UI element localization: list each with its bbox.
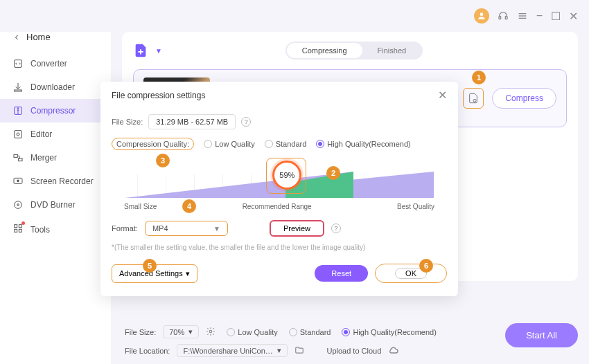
- compress-button[interactable]: Compress: [492, 88, 556, 109]
- close-button[interactable]: ✕: [569, 10, 578, 23]
- back-label: Home: [26, 32, 51, 42]
- gear-icon[interactable]: [206, 327, 216, 338]
- svg-rect-14: [14, 154, 17, 157]
- annotation-2: 2: [326, 166, 340, 180]
- sidebar-item-converter[interactable]: Converter: [0, 52, 111, 75]
- svg-rect-1: [499, 17, 501, 19]
- sidebar-item-tools[interactable]: Tools: [0, 217, 111, 242]
- sidebar-item-screen-recorder[interactable]: Screen Recorder: [0, 170, 111, 193]
- svg-point-18: [15, 201, 22, 209]
- modal-title: File compression settings: [112, 91, 205, 100]
- svg-point-17: [17, 180, 19, 182]
- tabs: Compressing Finished: [285, 42, 423, 60]
- sidebar-item-downloader[interactable]: Downloader: [0, 75, 111, 99]
- svg-point-24: [473, 99, 476, 102]
- file-settings-button[interactable]: [463, 88, 484, 109]
- radio-low-quality[interactable]: Low Quality: [204, 140, 254, 148]
- svg-point-0: [480, 12, 483, 16]
- format-select[interactable]: MP4 ▼: [145, 221, 228, 236]
- menu-icon[interactable]: [517, 10, 528, 21]
- tab-finished[interactable]: Finished: [362, 43, 422, 58]
- tab-compressing[interactable]: Compressing: [287, 43, 362, 58]
- svg-rect-15: [19, 158, 22, 161]
- modal-close-button[interactable]: ✕: [438, 89, 447, 102]
- filesize-label: File Size:: [112, 118, 143, 126]
- filesize-value[interactable]: 31.29 MB - 62.57 MB: [148, 114, 236, 129]
- svg-rect-12: [15, 131, 22, 138]
- sidebar-item-dvd-burner[interactable]: DVD Burner: [0, 193, 111, 217]
- svg-point-19: [17, 204, 19, 206]
- bb-location-label: File Location:: [125, 347, 170, 355]
- bb-radio-standard[interactable]: Standard: [289, 328, 331, 336]
- add-dropdown-caret[interactable]: ▼: [155, 47, 162, 55]
- radio-standard[interactable]: Standard: [265, 140, 307, 148]
- svg-rect-23: [19, 229, 21, 232]
- cloud-icon[interactable]: [388, 345, 399, 357]
- svg-rect-2: [505, 17, 507, 19]
- sidebar-item-compressor[interactable]: Compressor: [0, 99, 111, 122]
- slider-range-label: Recommended Range: [243, 203, 312, 210]
- ok-button[interactable]: OK: [375, 264, 447, 283]
- minimize-button[interactable]: −: [536, 10, 543, 22]
- annotation-6: 6: [419, 259, 433, 273]
- annotation-3: 3: [156, 154, 170, 167]
- quality-note: *(The smaller the setting value, the sma…: [112, 244, 447, 251]
- sidebar-item-editor[interactable]: Editor: [0, 122, 111, 146]
- radio-high-quality[interactable]: High Quality(Recomend): [316, 140, 410, 148]
- svg-rect-21: [19, 225, 21, 228]
- svg-rect-22: [15, 229, 17, 232]
- annotation-5: 5: [143, 259, 157, 273]
- bb-location-select[interactable]: F:\Wondershare UniConverter 1▾: [177, 344, 288, 357]
- folder-icon[interactable]: [294, 345, 304, 356]
- info-icon[interactable]: ?: [241, 117, 251, 127]
- bb-radio-high[interactable]: High Quality(Recomend): [342, 328, 436, 336]
- svg-rect-20: [15, 225, 17, 228]
- add-file-icon[interactable]: [133, 43, 148, 58]
- reset-button[interactable]: Reset: [315, 265, 368, 282]
- svg-rect-7: [15, 90, 22, 91]
- titlebar: − ☐ ✕: [0, 0, 589, 32]
- preview-button[interactable]: Preview: [270, 220, 324, 237]
- format-label: Format:: [112, 224, 138, 233]
- back-home[interactable]: Home: [0, 32, 111, 52]
- svg-point-13: [17, 133, 19, 136]
- bb-radio-low[interactable]: Low Quality: [227, 328, 277, 336]
- maximize-button[interactable]: ☐: [551, 10, 561, 23]
- svg-point-25: [210, 330, 213, 333]
- compression-quality-label: Compression Quality:: [112, 138, 194, 150]
- preview-info-icon[interactable]: ?: [331, 224, 341, 233]
- sidebar: Home Converter Downloader Compressor Edi…: [0, 32, 111, 364]
- sidebar-item-merger[interactable]: Merger: [0, 146, 111, 170]
- headset-icon[interactable]: [498, 10, 509, 21]
- annotation-4: 4: [182, 199, 196, 213]
- chevron-down-icon: ▾: [186, 269, 190, 278]
- upload-cloud-label: Upload to Cloud: [326, 347, 381, 355]
- start-all-button[interactable]: Start All: [505, 323, 578, 347]
- bb-filesize-label: File Size:: [125, 328, 156, 336]
- user-avatar[interactable]: [474, 8, 489, 24]
- slider-best-label: Best Quality: [397, 203, 434, 210]
- slider-small-label: Small Size: [124, 203, 157, 210]
- bb-filesize-select[interactable]: 70%▾: [163, 325, 199, 338]
- chevron-down-icon: ▼: [213, 225, 220, 233]
- annotation-1: 1: [472, 71, 486, 84]
